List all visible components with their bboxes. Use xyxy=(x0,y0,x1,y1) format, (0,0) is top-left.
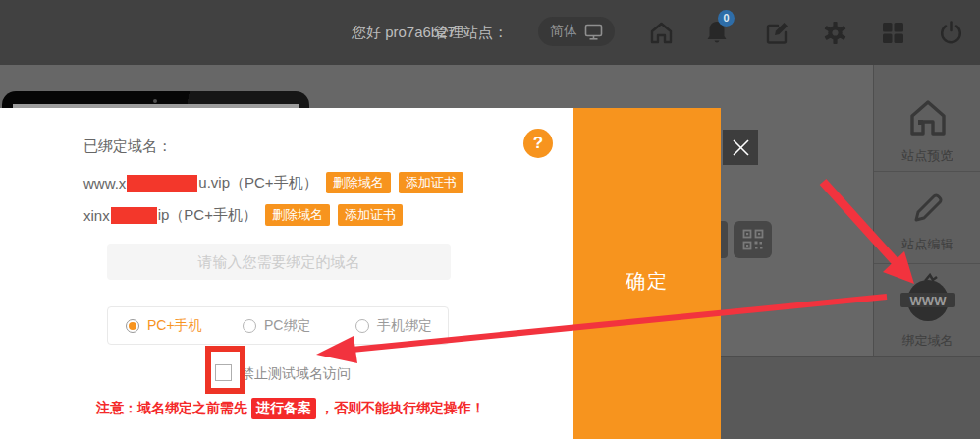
bound-domains-label: 已绑定域名： xyxy=(83,137,172,156)
sidebar-item-label: 绑定域名 xyxy=(874,332,980,350)
qr-code-icon xyxy=(742,229,764,250)
icp-warning: 注意：域名绑定之前需先 进行备案 ，否则不能执行绑定操作！ xyxy=(96,398,485,419)
domain-text-prefix: xinx xyxy=(83,207,110,224)
bound-domain-row: xinxip（PC+手机） 删除域名 添加证书 xyxy=(83,204,403,226)
notifications-bell-icon[interactable]: 0 xyxy=(702,16,732,49)
radio-mobile-only[interactable]: 手机绑定 xyxy=(355,307,432,344)
qr-code-button[interactable] xyxy=(734,221,772,258)
redaction-box xyxy=(111,207,157,224)
background-footer-band xyxy=(721,356,980,439)
logout-power-icon[interactable] xyxy=(936,16,965,49)
domain-input[interactable] xyxy=(107,244,451,280)
pencil-icon xyxy=(908,189,948,228)
warning-prefix: 注意：域名绑定之前需先 xyxy=(96,400,247,417)
redaction-box xyxy=(127,175,197,192)
radio-circle xyxy=(243,319,256,333)
monitor-icon xyxy=(584,24,603,40)
delete-domain-button[interactable]: 删除域名 xyxy=(326,172,391,193)
domain-text-suffix: u.vip（PC+手机） xyxy=(198,174,317,192)
forbid-test-domain-label: 禁止测试域名访问 xyxy=(241,365,351,383)
www-globe-icon: WWW xyxy=(898,273,958,324)
bind-mode-radio-group: PC+手机 PC绑定 手机绑定 xyxy=(107,306,449,345)
home-icon[interactable] xyxy=(646,16,676,49)
confirm-button[interactable]: 确定 xyxy=(573,108,721,439)
sidebar-item-bind-domain[interactable]: WWW 绑定域名 xyxy=(874,273,980,350)
close-icon xyxy=(732,138,750,157)
forbid-test-domain-checkbox[interactable] xyxy=(215,364,232,381)
radio-circle xyxy=(355,319,369,333)
radio-circle-selected xyxy=(126,319,139,333)
sidebar-item-site-preview[interactable]: 站点预览 xyxy=(874,96,980,165)
sidebar-divider xyxy=(874,263,980,264)
help-button[interactable]: ? xyxy=(523,129,553,158)
page: 您好 pro7a6b27 管理站点： 简体 0 xyxy=(0,0,980,439)
add-certificate-button[interactable]: 添加证书 xyxy=(399,172,463,193)
edit-site-icon[interactable] xyxy=(762,16,791,49)
radio-pc-and-mobile[interactable]: PC+手机 xyxy=(126,307,202,344)
radio-pc-only[interactable]: PC绑定 xyxy=(243,307,310,344)
radio-label: PC绑定 xyxy=(264,317,310,335)
tablet-camera-dot xyxy=(153,99,157,103)
warning-suffix: ，否则不能执行绑定操作！ xyxy=(320,400,485,417)
sidebar-divider xyxy=(874,171,980,172)
notification-badge: 0 xyxy=(718,10,735,27)
bound-domain-row: www.xu.vip（PC+手机） 删除域名 添加证书 xyxy=(83,172,463,193)
radio-label: PC+手机 xyxy=(147,317,202,335)
language-switch-button[interactable]: 简体 xyxy=(538,17,615,46)
top-bar: 您好 pro7a6b27 管理站点： 简体 0 xyxy=(0,0,980,65)
language-label: 简体 xyxy=(550,23,577,40)
hidden-button-sliver xyxy=(721,221,728,258)
bind-domain-dialog: ? 已绑定域名： www.xu.vip（PC+手机） 删除域名 添加证书 xin… xyxy=(0,108,573,439)
close-dialog-button[interactable] xyxy=(723,130,758,165)
confirm-button-label: 确定 xyxy=(573,268,721,295)
manage-site-label: 管理站点： xyxy=(434,24,508,42)
add-certificate-button[interactable]: 添加证书 xyxy=(338,204,403,226)
sidebar-item-site-edit[interactable]: 站点编辑 xyxy=(874,189,980,253)
settings-gear-icon[interactable] xyxy=(820,16,849,49)
sidebar-item-label: 站点预览 xyxy=(874,147,980,165)
apps-grid-icon[interactable] xyxy=(878,16,907,49)
sidebar-item-label: 站点编辑 xyxy=(874,236,980,253)
radio-label: 手机绑定 xyxy=(377,317,432,335)
domain-text-suffix: ip（PC+手机） xyxy=(158,206,257,225)
delete-domain-button[interactable]: 删除域名 xyxy=(265,204,330,226)
domain-text-prefix: www.x xyxy=(83,175,126,192)
house-icon xyxy=(906,96,950,139)
www-icon-text: WWW xyxy=(909,294,947,308)
icp-filing-link[interactable]: 进行备案 xyxy=(251,398,316,419)
right-sidebar: 站点预览 站点编辑 WWW 绑定域名 xyxy=(873,65,980,356)
